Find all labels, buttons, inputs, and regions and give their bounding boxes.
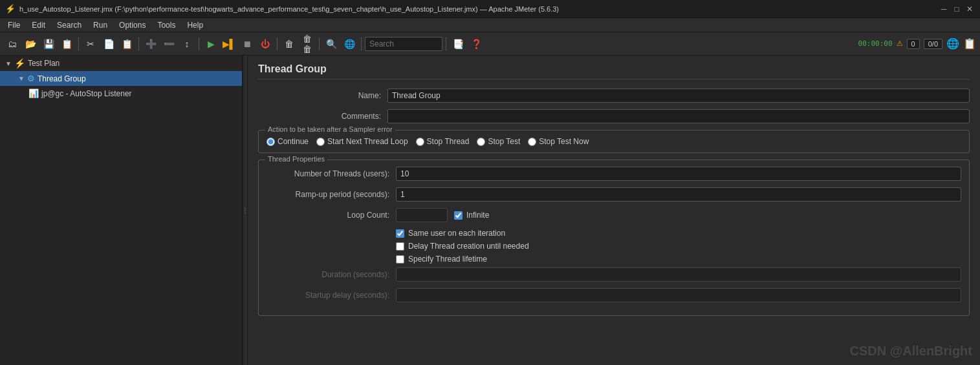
save-all-button[interactable]: 📋 [58, 36, 75, 52]
sampler-error-radio-group: Continue Start Next Thread Loop Stop Thr… [267, 137, 961, 146]
new-button[interactable]: 🗂 [4, 36, 21, 52]
sep4 [277, 37, 278, 50]
start-no-pause-button[interactable]: ▶▌ [221, 36, 237, 52]
sep5 [319, 37, 320, 50]
start-button[interactable]: ▶ [202, 36, 219, 52]
menu-search[interactable]: Search [52, 19, 87, 31]
cut-button[interactable]: ✂ [82, 36, 99, 52]
loop-count-label: Loop Count: [267, 211, 396, 220]
radio-stop-thread-text: Stop Thread [427, 137, 470, 146]
comments-input[interactable] [387, 109, 970, 123]
specify-lifetime-label[interactable]: Specify Thread lifetime [396, 255, 961, 264]
app-icon: ⚡ [5, 4, 16, 14]
shutdown-button[interactable]: ⏻ [257, 36, 274, 52]
same-user-checkbox[interactable] [396, 229, 404, 238]
warning-counter: 0 [907, 39, 920, 49]
menu-tools[interactable]: Tools [152, 19, 180, 31]
search-input[interactable] [365, 37, 442, 51]
close-button[interactable]: ✕ [964, 4, 975, 14]
browse-button[interactable]: 🌐 [341, 36, 358, 52]
radio-continue-label[interactable]: Continue [267, 137, 309, 146]
paste-button[interactable]: 📋 [118, 36, 135, 52]
delay-thread-label[interactable]: Delay Thread creation until needed [396, 242, 961, 251]
tree-item-autostop-listener[interactable]: 📊 jp@gc - AutoStop Listener [0, 86, 242, 101]
comments-label: Comments: [258, 112, 387, 121]
toggle-button[interactable]: ↕ [179, 36, 195, 52]
infinite-label[interactable]: Infinite [454, 211, 489, 220]
listener-icon: 📊 [28, 89, 39, 98]
sep6 [361, 37, 362, 50]
name-label: Name: [258, 91, 387, 100]
radio-stop-test-label[interactable]: Stop Test [477, 137, 520, 146]
num-threads-input[interactable] [396, 167, 961, 181]
clear-button[interactable]: 🗑 [281, 36, 298, 52]
name-input[interactable] [387, 89, 970, 103]
window-controls: ─ □ ✕ [939, 4, 975, 14]
chevron-down-icon-2: ▼ [18, 75, 25, 82]
open-button[interactable]: 📂 [22, 36, 39, 52]
radio-start-next-text: Start Next Thread Loop [327, 137, 408, 146]
radio-stop-test[interactable] [477, 138, 485, 146]
radio-start-next-label[interactable]: Start Next Thread Loop [316, 137, 408, 146]
sep2 [138, 37, 139, 50]
menu-run[interactable]: Run [88, 19, 113, 31]
specify-lifetime-checkbox[interactable] [396, 255, 404, 264]
menu-options[interactable]: Options [114, 19, 151, 31]
startup-delay-input[interactable] [396, 288, 961, 302]
chevron-down-icon: ▼ [5, 60, 12, 67]
clear-all-button[interactable]: 🗑🗑 [299, 36, 316, 52]
stop-button[interactable]: ⏹ [239, 36, 256, 52]
radio-stop-test-now[interactable] [528, 138, 536, 146]
radio-stop-thread[interactable] [416, 138, 424, 146]
panel-title: Thread Group [258, 63, 970, 79]
rampup-input[interactable] [396, 187, 961, 202]
main-layout: ▼ ⚡ Test Plan ▼ ⚙ Thread Group 📊 jp@gc -… [0, 56, 980, 365]
radio-start-next[interactable] [316, 138, 325, 146]
loop-count-input[interactable] [396, 208, 448, 222]
menu-edit[interactable]: Edit [27, 19, 50, 31]
test-plan-icon: ⚡ [14, 58, 25, 68]
duration-input[interactable] [396, 267, 961, 282]
collapse-button[interactable]: ➖ [160, 36, 177, 52]
sep3 [199, 37, 199, 50]
tree-item-thread-group[interactable]: ▼ ⚙ Thread Group [0, 71, 242, 86]
thread-group-icon: ⚙ [27, 74, 35, 83]
help-icon-button[interactable]: ❓ [468, 36, 485, 52]
radio-continue-text: Continue [278, 137, 309, 146]
radio-stop-test-now-label[interactable]: Stop Test Now [528, 137, 589, 146]
tree-label-autostop: jp@gc - AutoStop Listener [41, 89, 132, 98]
startup-delay-row: Startup delay (seconds): [267, 288, 961, 302]
num-threads-row: Number of Threads (users): [267, 167, 961, 181]
duration-row: Duration (seconds): [267, 267, 961, 282]
window-title: h_use_Autostop_Listener.jmx (F:\python\p… [19, 5, 559, 13]
radio-continue[interactable] [267, 138, 275, 146]
copy-button[interactable]: 📄 [100, 36, 117, 52]
toolbar: 🗂 📂 💾 📋 ✂ 📄 📋 ➕ ➖ ↕ ▶ ▶▌ ⏹ ⏻ 🗑 🗑🗑 🔍 🌐 📑 … [0, 32, 980, 56]
timer-display: 00:00:00 [858, 39, 893, 48]
watermark: CSDN @AllenBright [849, 344, 972, 359]
tree-item-test-plan[interactable]: ▼ ⚡ Test Plan [0, 56, 242, 71]
menu-help[interactable]: Help [182, 19, 208, 31]
sep1 [78, 37, 79, 50]
startup-delay-label: Startup delay (seconds): [267, 291, 396, 300]
sep7 [446, 37, 446, 50]
toolbar-right: 00:00:00 ⚠ 0 0/0 🌐 📋 [858, 37, 976, 50]
templates-button[interactable]: 📑 [450, 36, 466, 52]
same-user-label[interactable]: Same user on each iteration [396, 229, 961, 238]
maximize-button[interactable]: □ [952, 4, 962, 14]
infinite-checkbox[interactable] [454, 211, 463, 220]
radio-stop-thread-label[interactable]: Stop Thread [416, 137, 470, 146]
duration-label: Duration (seconds): [267, 270, 396, 279]
expand-button[interactable]: ➕ [142, 36, 159, 52]
save-button[interactable]: 💾 [40, 36, 57, 52]
remote-icon: 🌐 [946, 37, 959, 50]
menu-file[interactable]: File [3, 19, 25, 31]
infinite-text: Infinite [466, 211, 489, 220]
sampler-error-section: Action to be taken after a Sampler error… [258, 130, 970, 153]
delay-thread-checkbox[interactable] [396, 242, 404, 251]
sidebar: ▼ ⚡ Test Plan ▼ ⚙ Thread Group 📊 jp@gc -… [0, 56, 243, 365]
sidebar-collapse-handle[interactable]: ⋮ [243, 56, 248, 365]
inspect-button[interactable]: 🔍 [323, 36, 340, 52]
menu-bar: File Edit Search Run Options Tools Help [0, 18, 980, 32]
minimize-button[interactable]: ─ [939, 4, 949, 14]
